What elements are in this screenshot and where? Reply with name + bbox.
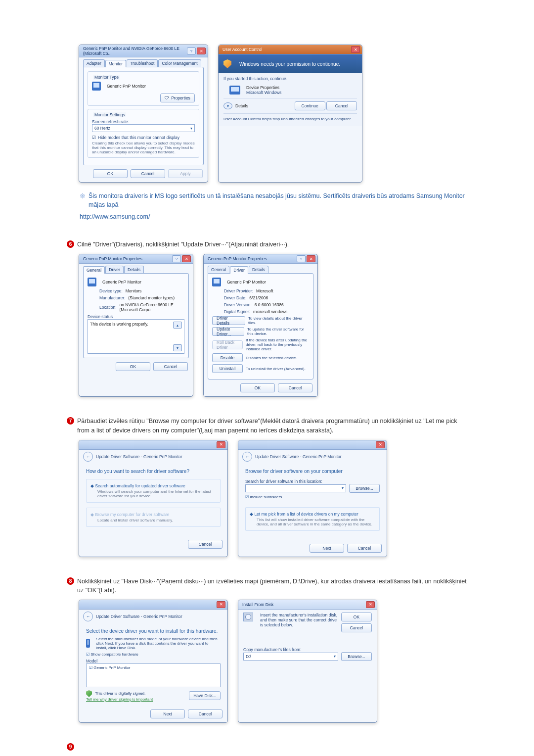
close-icon[interactable]: ✕ xyxy=(366,601,375,608)
chevron-down-icon[interactable]: ▾ xyxy=(223,102,232,109)
version-label: Driver Version: xyxy=(224,302,252,307)
tab-general[interactable]: General xyxy=(208,266,229,273)
rollback-driver-button: Roll Back Driver xyxy=(212,340,243,349)
note-text: Šis monitora draiveris ir MS logo sertif… xyxy=(89,191,467,209)
signer-label: Digital Signer: xyxy=(224,309,250,314)
details-toggle[interactable]: Details xyxy=(235,103,248,108)
path-select[interactable]: D:\ xyxy=(243,653,338,661)
back-icon[interactable]: ← xyxy=(83,452,93,462)
step-6-text: Cilnē "Driver"(Draiveris), noklikšķiniet… xyxy=(77,240,467,249)
monitor-icon xyxy=(212,278,221,286)
tab-details[interactable]: Details xyxy=(249,266,268,273)
include-subfolders-checkbox[interactable]: Include subfolders xyxy=(245,495,380,499)
shield-icon xyxy=(223,59,231,68)
cancel-button[interactable]: Cancel xyxy=(341,623,372,632)
ok-button[interactable]: OK xyxy=(116,362,150,371)
tab-driver[interactable]: Driver xyxy=(230,266,248,274)
cancel-button[interactable]: Cancel xyxy=(188,709,222,718)
next-button[interactable]: Next xyxy=(150,709,185,718)
help-icon[interactable]: ? xyxy=(297,255,306,262)
tab-color-management[interactable]: Color Management xyxy=(158,59,201,67)
close-icon[interactable]: ✕ xyxy=(217,441,225,448)
driver-details-button[interactable]: Driver Details xyxy=(212,316,245,325)
back-icon[interactable]: ← xyxy=(242,452,252,462)
tab-details[interactable]: Details xyxy=(124,266,144,273)
update-wizard-search-dialog: ✕ ← Update Driver Software - Generic PnP… xyxy=(79,440,228,557)
disable-button[interactable]: Disable xyxy=(212,353,243,362)
wizard-heading: Browse for driver software on your compu… xyxy=(245,469,380,474)
update-driver-button[interactable]: Update Driver... xyxy=(212,327,244,336)
window-title: Install From Disk xyxy=(242,602,273,607)
scroll-up-icon[interactable]: ▴ xyxy=(173,322,182,329)
cancel-button[interactable]: Cancel xyxy=(278,383,312,392)
uac-hero-text: Windows needs your permission to contion… xyxy=(239,61,340,67)
cancel-button[interactable]: Cancel xyxy=(188,540,222,549)
help-icon[interactable]: ? xyxy=(172,255,181,262)
ok-button[interactable]: OK xyxy=(240,383,275,392)
tab-monitor[interactable]: Monitor xyxy=(105,60,126,67)
disk-message: Insert the manufacturer's installation d… xyxy=(260,613,338,627)
browse-button[interactable]: Browse... xyxy=(349,484,380,493)
monitor-properties-dialog: Generic PnP Monitor and NVIDIA GeForce 6… xyxy=(79,45,208,183)
samsung-link[interactable]: http://www.samsung.com/ xyxy=(80,213,467,220)
close-icon[interactable]: ✕ xyxy=(351,46,360,53)
cancel-button[interactable]: Cancel xyxy=(326,101,357,110)
help-icon[interactable]: ? xyxy=(187,47,196,54)
close-icon[interactable]: ✕ xyxy=(182,255,191,262)
option-let-me-pick[interactable]: ◆ Let me pick from a list of device driv… xyxy=(245,507,380,531)
next-button[interactable]: Next xyxy=(310,544,344,553)
tab-driver[interactable]: Driver xyxy=(105,266,124,273)
cancel-button[interactable]: Cancel xyxy=(153,362,188,371)
uac-dialog: User Account Control ✕ Windows needs you… xyxy=(218,45,362,183)
cancel-button[interactable]: Cancel xyxy=(131,169,165,178)
manufacturer-label: Manufacturer: xyxy=(99,295,125,300)
close-icon[interactable]: ✕ xyxy=(307,255,315,262)
close-icon[interactable]: ✕ xyxy=(217,601,225,608)
wizard-crumb: Update Driver Software - Generic PnP Mon… xyxy=(255,454,342,459)
signing-help-link[interactable]: Tell me why driver signing is important xyxy=(86,697,153,702)
ok-button[interactable]: OK xyxy=(93,169,128,178)
close-icon[interactable]: ✕ xyxy=(197,47,206,54)
show-compatible-checkbox[interactable]: Show compatible hardware xyxy=(86,652,221,657)
monitor-icon xyxy=(92,82,101,91)
device-type: Monitors xyxy=(126,288,142,293)
properties-button[interactable]: 🛡Properties xyxy=(160,94,195,102)
tab-troubleshoot[interactable]: Troubleshoot xyxy=(127,59,158,67)
device-status: This device is working properly. xyxy=(90,322,148,351)
disk-icon xyxy=(243,613,253,621)
refresh-rate-select[interactable]: 60 Hertz xyxy=(92,124,195,132)
continue-button[interactable]: Continue xyxy=(295,101,325,110)
wizard-heading: Select the device driver you want to ins… xyxy=(86,628,221,634)
uninstall-button[interactable]: Uninstall xyxy=(212,364,243,373)
option-let-me-pick-sub: This list will show installed driver sof… xyxy=(257,518,375,526)
provider: Microsoft xyxy=(256,288,273,293)
have-disk-button[interactable]: Have Disk... xyxy=(189,691,221,700)
disable-text: Disables the selected device. xyxy=(246,356,297,360)
tab-general[interactable]: General xyxy=(83,266,105,274)
hide-modes-checkbox[interactable]: Hide modes that this monitor cannot disp… xyxy=(92,135,195,140)
device-status-label: Device status xyxy=(88,314,184,319)
properties-general-dialog: Generic PnP Monitor Properties?✕ General… xyxy=(79,254,193,397)
monitor-icon xyxy=(86,639,90,648)
uac-hero: Windows needs your permission to contion… xyxy=(219,54,362,73)
version: 6.0.6000.16386 xyxy=(255,302,284,307)
tab-adapter[interactable]: Adapter xyxy=(83,59,105,67)
location-select[interactable] xyxy=(245,484,346,492)
tab-panel: Monitor Type Generic PnP Monitor 🛡Proper… xyxy=(83,67,204,165)
close-icon[interactable]: ✕ xyxy=(376,441,385,448)
driver-details-text: To view details about the driver files. xyxy=(248,316,309,325)
cancel-button[interactable]: Cancel xyxy=(347,544,382,553)
model-item[interactable]: Generic PnP Monitor xyxy=(89,665,218,670)
location-label: Location: xyxy=(99,305,117,310)
wizard-heading: How do you want to search for driver sof… xyxy=(86,469,221,474)
scroll-down-icon[interactable]: ▾ xyxy=(173,344,182,351)
browse-button[interactable]: Browse... xyxy=(341,652,372,661)
tabstrip: Adapter Monitor Troubleshoot Color Manag… xyxy=(79,57,208,67)
group-monitor-settings: Monitor Settings xyxy=(93,112,126,117)
wizard-crumb: Update Driver Software - Generic PnP Mon… xyxy=(96,614,182,619)
option-browse-computer[interactable]: ◆ Browse my computer for driver software… xyxy=(86,508,221,527)
option-search-auto[interactable]: ◆ Search automatically for updated drive… xyxy=(86,479,221,503)
back-icon[interactable]: ← xyxy=(83,612,93,621)
model-list[interactable]: Generic PnP Monitor xyxy=(86,663,221,687)
ok-button[interactable]: OK xyxy=(341,613,372,621)
